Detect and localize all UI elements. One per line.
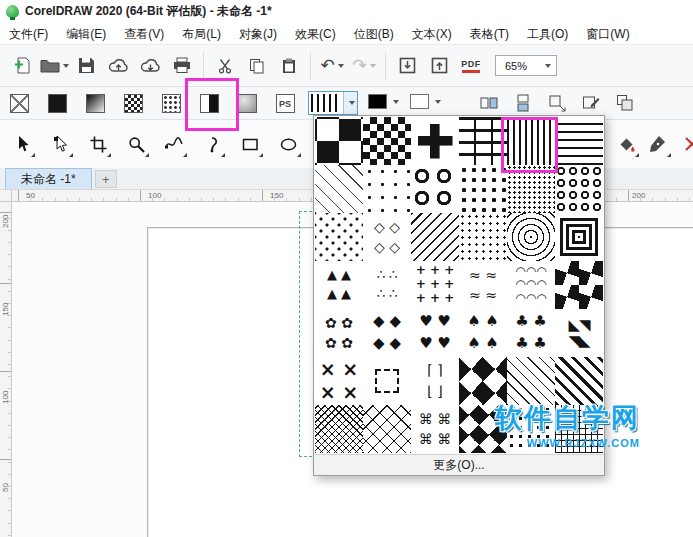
save-button[interactable] bbox=[71, 49, 101, 83]
publish-to-pdf-button[interactable]: PDF bbox=[456, 49, 486, 83]
redo-dropdown-arrow-icon[interactable] bbox=[370, 64, 376, 68]
bitmap-pattern-fill-button[interactable] bbox=[152, 87, 190, 120]
pattern-swatch-checker-small[interactable] bbox=[363, 117, 411, 165]
uniform-fill-button[interactable] bbox=[38, 87, 76, 120]
save-to-cloud-button[interactable] bbox=[103, 49, 133, 83]
pattern-swatch-grid-dots[interactable] bbox=[459, 213, 507, 261]
copy-button[interactable] bbox=[242, 49, 272, 83]
zoom-level-select[interactable]: 65% bbox=[495, 55, 557, 76]
pattern-swatch-hearts[interactable]: ♥ ♥ ♥ ♥ bbox=[411, 309, 459, 357]
transform-fill-button[interactable] bbox=[546, 92, 568, 114]
get-from-cloud-button[interactable] bbox=[135, 49, 165, 83]
pattern-swatch-dashed-square[interactable] bbox=[363, 357, 411, 405]
pattern-swatch-diag-thin[interactable] bbox=[507, 357, 555, 405]
crop-tool[interactable] bbox=[82, 128, 114, 160]
menu-item-3[interactable]: 查看(V) bbox=[115, 22, 173, 44]
pattern-swatch-therefore-dots[interactable]: ∴ ∴ ∴ ∴ bbox=[363, 261, 411, 309]
pattern-swatch-dots-diag[interactable] bbox=[315, 213, 363, 261]
menu-item-9[interactable]: 表格(T) bbox=[461, 22, 518, 44]
pattern-swatch-pinwheel[interactable] bbox=[555, 261, 603, 309]
pattern-swatch-maze[interactable]: ⌘ ⌘ ⌘ ⌘ bbox=[411, 405, 459, 453]
fountain-fill-button[interactable] bbox=[76, 87, 114, 120]
pattern-swatch-net[interactable] bbox=[315, 405, 363, 453]
pattern-swatch-rings[interactable] bbox=[411, 165, 459, 213]
menu-item-11[interactable]: 窗口(W) bbox=[577, 22, 638, 44]
redo-button[interactable]: ↷ bbox=[349, 49, 379, 83]
pattern-swatch-diamonds[interactable]: ◆ ◆ ◆ ◆ bbox=[363, 309, 411, 357]
cut-button[interactable] bbox=[210, 49, 240, 83]
document-tab-active[interactable]: 未命名 -1* bbox=[5, 168, 92, 189]
back-color-select[interactable] bbox=[410, 94, 441, 109]
paste-button[interactable] bbox=[274, 49, 304, 83]
copy-fill-properties-button[interactable] bbox=[614, 92, 636, 114]
delete-button[interactable] bbox=[676, 128, 693, 160]
undo-dropdown-arrow-icon[interactable] bbox=[338, 64, 344, 68]
pattern-picker-dropdown[interactable] bbox=[308, 91, 358, 115]
import-button[interactable] bbox=[392, 49, 422, 83]
new-tab-button[interactable]: + bbox=[95, 170, 117, 188]
pattern-swatch-bricks[interactable] bbox=[459, 117, 507, 165]
pattern-swatch-waves[interactable]: ≈ ≈ ≈ ≈ bbox=[459, 261, 507, 309]
pattern-picker-arrow[interactable] bbox=[343, 92, 357, 114]
pick-tool[interactable] bbox=[6, 128, 38, 160]
menu-item-7[interactable]: 位图(B) bbox=[345, 22, 403, 44]
pattern-swatch-checker-diag[interactable] bbox=[459, 405, 507, 453]
menu-item-1[interactable]: 文件(F) bbox=[0, 22, 57, 44]
pattern-swatch-shingles[interactable]: ◠◠◠ ◠◠◠ ◠◠◠ bbox=[507, 261, 555, 309]
menu-item-2[interactable]: 编辑(E) bbox=[57, 22, 115, 44]
pattern-swatch-dots-sparse[interactable] bbox=[363, 165, 411, 213]
shape-tool[interactable] bbox=[44, 128, 76, 160]
more-patterns-button[interactable]: 更多(O)... bbox=[314, 454, 604, 475]
pattern-swatch-bowtie[interactable] bbox=[459, 357, 507, 405]
open-dropdown-arrow-icon[interactable] bbox=[63, 64, 69, 68]
pattern-swatch-squares-concentric[interactable] bbox=[555, 213, 603, 261]
pattern-swatch-diamond-grid[interactable] bbox=[363, 405, 411, 453]
pattern-swatch-x-large[interactable]: × × × × bbox=[315, 357, 363, 405]
outline-pen-button[interactable] bbox=[642, 128, 674, 160]
tile-vertical-button[interactable] bbox=[512, 92, 534, 114]
pattern-swatch-plus-large[interactable] bbox=[411, 117, 459, 165]
zoom-tool[interactable] bbox=[120, 128, 152, 160]
menu-item-4[interactable]: 布局(L) bbox=[173, 22, 230, 44]
pattern-swatch-rings-small[interactable] bbox=[555, 165, 603, 213]
two-color-pattern-fill-button[interactable] bbox=[190, 87, 228, 120]
no-fill-button[interactable] bbox=[0, 87, 38, 120]
bezier-tool[interactable] bbox=[196, 128, 228, 160]
menu-item-10[interactable]: 工具(O) bbox=[518, 22, 577, 44]
pattern-swatch-diamond-outline[interactable]: ◇ ◇ ◇ ◇ bbox=[363, 213, 411, 261]
pattern-swatch-triangles[interactable]: ▲ ▲ ▲ ▲ bbox=[315, 261, 363, 309]
menu-item-8[interactable]: 文本(X) bbox=[403, 22, 461, 44]
pattern-swatch-dots[interactable] bbox=[459, 165, 507, 213]
open-button[interactable] bbox=[39, 49, 69, 83]
pattern-swatch-diag-dashes[interactable] bbox=[315, 165, 363, 213]
pattern-swatch-diag-stripes[interactable] bbox=[555, 357, 603, 405]
new-document-button[interactable] bbox=[7, 49, 37, 83]
pattern-swatch-vlines[interactable] bbox=[507, 117, 555, 165]
front-color-select[interactable] bbox=[368, 94, 399, 109]
freehand-tool[interactable] bbox=[158, 128, 190, 160]
pattern-swatch-spades[interactable]: ♠ ♠ ♠ ♠ bbox=[459, 309, 507, 357]
pattern-swatch-leaves[interactable]: ✿ ✿ ✿ ✿ bbox=[315, 309, 363, 357]
menu-item-5[interactable]: 对象(J) bbox=[230, 22, 286, 44]
pattern-swatch-zigzag[interactable] bbox=[411, 213, 459, 261]
texture-fill-button[interactable] bbox=[228, 87, 266, 120]
print-button[interactable] bbox=[167, 49, 197, 83]
edit-pattern-button[interactable] bbox=[580, 92, 602, 114]
pattern-swatch-checker-quad[interactable] bbox=[315, 117, 363, 165]
pattern-swatch-dots-dense[interactable] bbox=[507, 165, 555, 213]
postscript-fill-button[interactable]: PS bbox=[266, 87, 304, 120]
undo-button[interactable]: ↶ bbox=[317, 49, 347, 83]
pattern-swatch-tri-pinwheel[interactable]: ◣◥ ◥◣ bbox=[555, 309, 603, 357]
pattern-swatch-brackets[interactable]: ⌈ ⌉ ⌊ ⌋ bbox=[411, 357, 459, 405]
tile-horizontal-button[interactable] bbox=[478, 92, 500, 114]
ellipse-tool[interactable] bbox=[272, 128, 304, 160]
pattern-swatch-hlines[interactable] bbox=[555, 117, 603, 165]
edit-fill-button[interactable] bbox=[610, 128, 642, 160]
pattern-swatch-dots2[interactable] bbox=[507, 405, 555, 453]
rectangle-tool[interactable] bbox=[234, 128, 266, 160]
menu-item-6[interactable]: 效果(C) bbox=[286, 22, 345, 44]
pattern-swatch-clubs[interactable]: ♣ ♣ ♣ ♣ bbox=[507, 309, 555, 357]
vector-pattern-fill-button[interactable] bbox=[114, 87, 152, 120]
export-button[interactable] bbox=[424, 49, 454, 83]
pattern-swatch-plus-small[interactable]: + + + + + + + + + bbox=[411, 261, 459, 309]
